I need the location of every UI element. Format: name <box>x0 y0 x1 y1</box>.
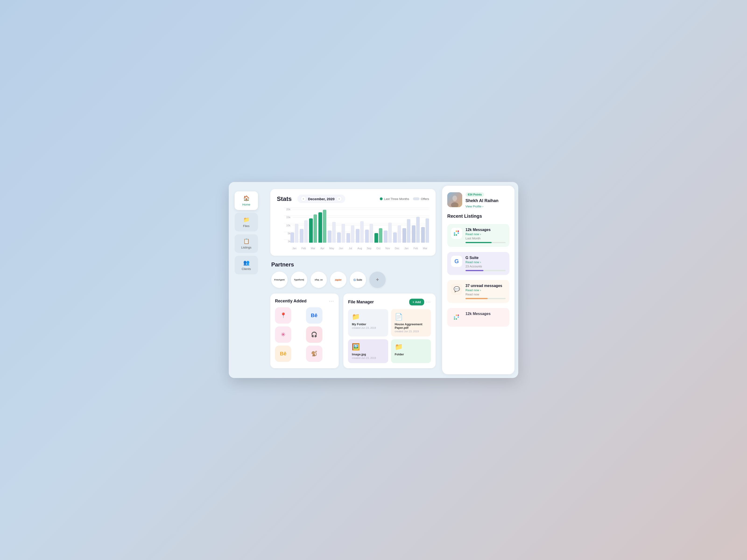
listing-name: 37 unread messages <box>465 284 506 288</box>
date-next-button[interactable]: › <box>336 196 342 202</box>
folder2-icon: 📁 <box>395 343 427 351</box>
avatar-svg <box>447 192 462 207</box>
bar-primary <box>337 232 341 243</box>
bar-secondary <box>341 224 345 243</box>
listing-sub: 23 Accounts <box>465 265 506 268</box>
partner-add-button[interactable]: + <box>369 272 386 288</box>
partners-list: FreeAgent Typeform| ofsp_ce zapier G Sui… <box>271 272 435 288</box>
progress-bar-wrap <box>465 270 506 271</box>
app-zendesk[interactable]: 🎧 <box>306 326 323 343</box>
bar-secondary <box>323 210 327 243</box>
partner-ofspace[interactable]: ofsp_ce <box>310 272 327 288</box>
files-icon: 📁 <box>243 217 250 223</box>
points-badge: 634 Points <box>465 192 484 197</box>
bar-group <box>393 225 401 243</box>
bar-secondary <box>360 221 364 243</box>
bar-group <box>318 210 326 243</box>
bars-container <box>290 208 429 243</box>
progress-bar-fill <box>465 242 492 243</box>
file-item-folder[interactable]: 📁 My Folder created Jun 23, 2019 <box>348 309 388 337</box>
file-name: My Folder <box>352 322 384 326</box>
recently-added-panel: Recently Added ··· 📍 Bē ✳ 🎧 <box>270 294 339 368</box>
app-asterisk[interactable]: ✳ <box>275 326 291 343</box>
avatar <box>447 192 462 207</box>
app-foursquare[interactable]: 📍 <box>275 307 291 324</box>
bar-group <box>356 221 364 243</box>
listing-action-messages[interactable]: Read now › <box>465 288 481 292</box>
x-label: Nov <box>384 247 392 250</box>
profile-area: 634 Points Shekh Al Raihan View Profile … <box>447 192 509 208</box>
x-label: Jul <box>346 247 354 250</box>
bar-chart: 20k 15k 10k 5k 1k JanFebMarAprMayJunJulA… <box>277 208 429 250</box>
file-name: House Aggreement Paper.pdf <box>395 322 427 329</box>
app-behance2[interactable]: Bē <box>275 346 291 362</box>
slack2-logo <box>451 312 462 323</box>
svg-point-1 <box>453 195 457 201</box>
file-manager-header: File Manager + Add ··· <box>348 299 431 305</box>
sidebar-item-label: Clients <box>241 267 251 271</box>
app-behance[interactable]: Bē <box>306 307 323 324</box>
file-item-agreement[interactable]: 📄 House Aggreement Paper.pdf created Jun… <box>391 309 431 337</box>
file-name: Image.jpg <box>352 352 384 356</box>
sidebar-item-label: Files <box>243 224 249 228</box>
view-profile-link[interactable]: View Profile › <box>465 205 483 208</box>
folder-icon: 📁 <box>352 313 384 321</box>
bar-primary <box>393 232 397 243</box>
listing-sub: Last Month <box>465 237 506 240</box>
date-prev-button[interactable]: ‹ <box>301 196 306 202</box>
profile-name: Shekh Al Raihan <box>465 198 509 203</box>
bar-primary <box>309 218 313 243</box>
app-mailchimp[interactable]: 🐒 <box>306 346 323 362</box>
partner-gsuite[interactable]: G Suite <box>350 272 366 288</box>
listing-info-slack2: 12k Messages <box>465 312 506 316</box>
sidebar-item-home[interactable]: 🏠 Home <box>235 191 258 210</box>
bar-group <box>375 228 382 243</box>
svg-rect-13 <box>458 316 459 318</box>
file-manager-dots[interactable]: ··· <box>426 300 431 304</box>
file-date: created Jun 23, 2019 <box>352 356 384 359</box>
file-date: created Jun 23, 2019 <box>352 326 384 329</box>
partner-freeagent[interactable]: FreeAgent <box>271 272 288 288</box>
file-item-image[interactable]: 🖼️ Image.jpg created Jun 23, 2019 <box>348 339 388 363</box>
listing-action-slack[interactable]: Read now › <box>465 232 481 236</box>
add-file-button[interactable]: + Add <box>409 299 424 305</box>
bar-group <box>309 214 317 243</box>
avatar-image <box>447 192 462 207</box>
listing-card-gsuite: G G Suite Read now › 23 Accounts <box>447 252 509 275</box>
file-item-folder2[interactable]: 📁 Folder <box>391 339 431 363</box>
bar-secondary <box>369 224 373 243</box>
recently-added-dots[interactable]: ··· <box>329 299 334 303</box>
stats-section: Stats ‹ December, 2020 › Last Three Mont… <box>270 189 436 256</box>
x-label: Mar <box>421 247 429 250</box>
bar-group <box>365 224 373 243</box>
listing-sub: Read now <box>465 293 506 296</box>
profile-info: 634 Points Shekh Al Raihan View Profile … <box>465 192 509 208</box>
x-label: May <box>328 247 336 250</box>
listing-action-gsuite[interactable]: Read now › <box>465 260 481 264</box>
right-panel: 634 Points Shekh Al Raihan View Profile … <box>442 186 515 374</box>
svg-rect-8 <box>456 234 457 236</box>
bar-primary <box>421 227 425 243</box>
bar-secondary <box>416 217 420 243</box>
sidebar-item-files[interactable]: 📁 Files <box>235 213 258 232</box>
svg-rect-11 <box>456 315 457 316</box>
bar-secondary <box>407 219 411 243</box>
listing-name: 12k Messages <box>465 228 506 232</box>
listings-icon: 📋 <box>243 238 250 244</box>
partner-typeform[interactable]: Typeform| <box>291 272 307 288</box>
sidebar-item-clients[interactable]: 👥 Clients <box>235 256 258 274</box>
legend-oval-gray <box>413 197 419 200</box>
svg-rect-12 <box>458 315 459 316</box>
home-icon: 🏠 <box>243 195 250 202</box>
file-date: created Jun 23, 2019 <box>395 330 427 333</box>
progress-bar-fill <box>465 270 484 271</box>
partner-zapier[interactable]: zapier <box>330 272 346 288</box>
sidebar-item-label: Home <box>242 203 251 206</box>
svg-rect-3 <box>454 232 455 234</box>
partners-section: Partners FreeAgent Typeform| ofsp_ce zap… <box>270 261 436 288</box>
pdf-icon: 📄 <box>395 313 427 321</box>
sidebar-item-listings[interactable]: 📋 Listings <box>235 234 258 253</box>
bar-primary <box>412 225 415 243</box>
sidebar-item-label: Listings <box>241 246 251 249</box>
bar-secondary <box>313 214 317 243</box>
